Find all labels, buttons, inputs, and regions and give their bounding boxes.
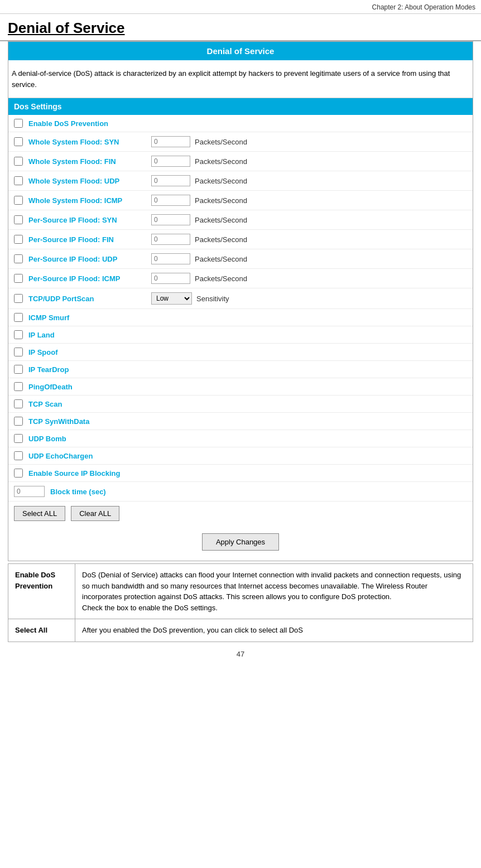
unit-per-fin: Packets/Second [195,235,247,244]
apply-button[interactable]: Apply Changes [202,533,279,551]
desc-content-select-all: After you enabled the DoS prevention, yo… [75,619,473,642]
checkbox-ip-teardrop[interactable] [14,365,23,374]
desc-row-select-all: Select All After you enabled the DoS pre… [8,619,473,642]
checkbox-per-syn[interactable] [14,215,23,224]
page-title: Denial of Service [8,20,125,36]
main-box: Denial of Service A denial-of-service (D… [8,41,473,561]
checkbox-ip-spoof[interactable] [14,348,23,356]
input-flood-udp[interactable] [151,175,190,186]
main-content: Denial of Service A denial-of-service (D… [0,41,481,642]
input-per-fin[interactable] [151,234,190,245]
unit-per-syn: Packets/Second [195,216,247,224]
desc-term-enable-dos: Enable DoS Prevention [8,564,75,619]
label-enable-dos: Enable DoS Prevention [28,119,146,128]
checkbox-tcp-synwithdata[interactable] [14,417,23,426]
row-ip-spoof: IP Spoof [8,344,473,361]
block-time-label: Block time (sec) [50,488,106,496]
input-per-syn[interactable] [151,214,190,225]
desc-row-enable-dos: Enable DoS Prevention DoS (Denial of Ser… [8,564,473,619]
row-flood-icmp: Whole System Flood: ICMP Packets/Second [8,191,473,210]
page-title-area: Denial of Service [0,14,481,41]
checkbox-portscan[interactable] [14,294,23,303]
description-table: Enable DoS Prevention DoS (Denial of Ser… [8,563,473,642]
checkbox-source-ip-block[interactable] [14,469,23,478]
desc-term-select-all: Select All [8,619,75,642]
input-per-icmp[interactable] [151,273,190,284]
label-per-fin: Per-Source IP Flood: FIN [28,235,146,244]
dos-blue-header: Denial of Service [8,42,473,60]
checkbox-flood-syn[interactable] [14,137,23,146]
checkbox-flood-fin[interactable] [14,157,23,166]
checkbox-flood-udp[interactable] [14,176,23,185]
label-smurf: ICMP Smurf [28,314,146,322]
apply-row: Apply Changes [8,525,473,561]
checkbox-ip-land[interactable] [14,330,23,339]
row-ip-land: IP Land [8,326,473,344]
unit-per-udp: Packets/Second [195,255,247,263]
checkbox-udp-bomb[interactable] [14,434,23,443]
label-udp-bomb: UDP Bomb [28,435,146,443]
label-source-ip-block: Enable Source IP Blocking [28,469,146,478]
label-tcp-scan: TCP Scan [28,400,146,408]
input-flood-fin[interactable] [151,156,190,167]
row-tcp-synwithdata: TCP SynWithData [8,413,473,430]
unit-portscan: Sensitivity [196,295,229,303]
row-enable-dos: Enable DoS Prevention [8,115,473,132]
checkbox-per-fin[interactable] [14,235,23,244]
label-flood-icmp: Whole System Flood: ICMP [28,196,146,205]
row-portscan: TCP/UDP PortScan Low Medium High Sensiti… [8,288,473,309]
label-per-icmp: Per-Source IP Flood: ICMP [28,274,146,283]
label-per-udp: Per-Source IP Flood: UDP [28,255,146,263]
checkbox-per-icmp[interactable] [14,274,23,283]
row-per-fin: Per-Source IP Flood: FIN Packets/Second [8,230,473,249]
row-smurf: ICMP Smurf [8,309,473,326]
checkbox-udp-echo[interactable] [14,451,23,460]
input-flood-icmp[interactable] [151,195,190,206]
desc-content-enable-dos: DoS (Denial of Service) attacks can floo… [75,564,473,619]
row-ip-teardrop: IP TearDrop [8,361,473,378]
row-per-syn: Per-Source IP Flood: SYN Packets/Second [8,210,473,230]
input-flood-syn[interactable] [151,136,190,147]
input-per-udp[interactable] [151,253,190,264]
label-flood-syn: Whole System Flood: SYN [28,138,146,146]
checkbox-ping-of-death[interactable] [14,382,23,391]
checkbox-per-udp[interactable] [14,254,23,263]
row-ping-of-death: PingOfDeath [8,378,473,396]
checkbox-tcp-scan[interactable] [14,399,23,408]
label-udp-echo: UDP EchoChargen [28,452,146,460]
page-number: 47 [0,642,481,663]
description-text: A denial-of-service (DoS) attack is char… [8,60,473,98]
label-ip-land: IP Land [28,331,146,339]
unit-flood-syn: Packets/Second [195,138,247,146]
block-time-row: Block time (sec) [8,482,473,501]
unit-flood-fin: Packets/Second [195,157,247,166]
label-per-syn: Per-Source IP Flood: SYN [28,216,146,224]
clear-all-button[interactable]: Clear ALL [71,506,119,521]
row-udp-bomb: UDP Bomb [8,430,473,447]
unit-per-icmp: Packets/Second [195,274,247,283]
row-source-ip-block: Enable Source IP Blocking [8,465,473,482]
chapter-header: Chapter 2: About Operation Modes [0,0,481,14]
select-clear-row: Select ALL Clear ALL [8,501,473,525]
dos-settings-header: Dos Settings [8,98,473,115]
block-time-input[interactable] [14,486,45,497]
unit-flood-udp: Packets/Second [195,177,247,185]
chapter-text: Chapter 2: About Operation Modes [372,3,475,11]
row-per-udp: Per-Source IP Flood: UDP Packets/Second [8,249,473,269]
checkbox-flood-icmp[interactable] [14,196,23,205]
label-ip-teardrop: IP TearDrop [28,365,146,374]
checkbox-smurf[interactable] [14,313,23,322]
select-all-button[interactable]: Select ALL [14,506,65,521]
row-flood-udp: Whole System Flood: UDP Packets/Second [8,171,473,191]
label-flood-udp: Whole System Flood: UDP [28,177,146,185]
row-per-icmp: Per-Source IP Flood: ICMP Packets/Second [8,269,473,288]
row-udp-echo: UDP EchoChargen [8,447,473,465]
row-flood-fin: Whole System Flood: FIN Packets/Second [8,152,473,171]
row-tcp-scan: TCP Scan [8,396,473,413]
label-flood-fin: Whole System Flood: FIN [28,157,146,166]
row-flood-syn: Whole System Flood: SYN Packets/Second [8,132,473,152]
label-ping-of-death: PingOfDeath [28,383,146,391]
checkbox-enable-dos[interactable] [14,119,23,128]
label-ip-spoof: IP Spoof [28,348,146,356]
select-portscan[interactable]: Low Medium High [151,292,192,305]
